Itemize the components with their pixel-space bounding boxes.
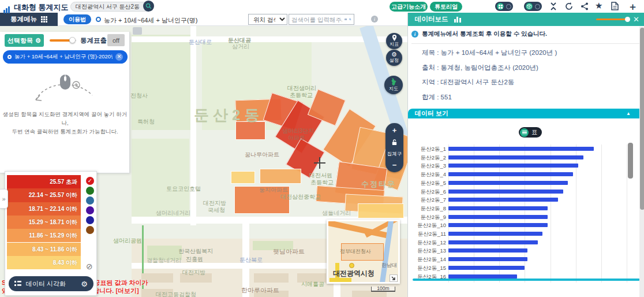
- korea-map-icon: [390, 78, 397, 86]
- basemap-button[interactable]: 지도: [384, 76, 403, 94]
- remove-item-icon[interactable]: ✕: [115, 53, 123, 61]
- report-button[interactable]: [611, 2, 619, 13]
- stat-menu-label: 통계메뉴: [10, 15, 37, 24]
- minimap-road-yellow: [330, 278, 351, 282]
- add-button[interactable]: ＋: [628, 0, 638, 13]
- info-icon: i: [411, 31, 418, 38]
- legend-palette-dot[interactable]: [86, 187, 94, 195]
- selected-item-pill[interactable]: 농가 + 10세~64세 + 남녀인구 (명)-2020년 ✕: [3, 50, 128, 64]
- bar-chart-icon: [454, 17, 461, 23]
- overview-minimap[interactable]: 정부대전청사 대전광역시청 한남대: [327, 220, 400, 284]
- choropleth-cell[interactable]: [231, 171, 255, 184]
- databoard-panel: 데이터보드 ✕ i 통계메뉴에서 통계조회 후 이용할 수 있습니다. 제목 :…: [407, 13, 644, 297]
- zoom-in-button[interactable]: +: [392, 126, 397, 135]
- region-dropdown[interactable]: 대전광역시 서구 둔산2동 ▼: [70, 2, 152, 12]
- gear-icon[interactable]: ⚙: [81, 280, 88, 288]
- basemap-label: 지도: [389, 86, 398, 92]
- region-search-button[interactable]: [143, 1, 154, 12]
- map-label: 둥지아파트: [259, 187, 288, 193]
- data-view-bar[interactable]: 데이터 보기 ▲: [408, 109, 641, 118]
- legend-palette-dot[interactable]: [86, 196, 94, 205]
- map-settings-button[interactable]: ⚙ 설정: [386, 50, 402, 66]
- map-label: 국세청: [208, 207, 225, 213]
- advanced-features-button[interactable]: 고급기능소개: [390, 2, 428, 12]
- databoard-field: 지역 : 대전광역시 서구 둔산2동: [422, 78, 514, 87]
- chart-table-toggle[interactable]: 표: [519, 127, 542, 138]
- legend-band: 15.29 ~ 18.71 이하: [7, 216, 81, 229]
- databoard-slider-knob[interactable]: [625, 17, 630, 22]
- map-label: 대전삼천중학교: [280, 194, 321, 200]
- chart-bar: [448, 248, 527, 253]
- panel-collapse-tab[interactable]: »: [0, 189, 8, 209]
- choropleth-cell[interactable]: [235, 121, 265, 140]
- search-input[interactable]: [291, 16, 342, 23]
- map-label: 둔산대공: [228, 38, 251, 43]
- legend-band: 8.43 ~ 11.86 이하: [7, 243, 81, 256]
- indicator-button[interactable]: 지표: [386, 33, 402, 49]
- map3d-toggle[interactable]: [524, 2, 542, 11]
- no-color-icon[interactable]: ⊘: [86, 262, 93, 271]
- chart-bar: [448, 215, 548, 219]
- top-header: 대화형 통계지도 대전광역시 서구 둔산2동 ▼ 고급기능소개 튜토리얼 ★ ＋: [0, 0, 644, 13]
- search-submit-icon[interactable]: [349, 16, 351, 23]
- minimap-marker-icon: [349, 263, 354, 268]
- choropleth-cell[interactable]: [260, 169, 301, 184]
- toolbar: 통계메뉴 이용법 농가 + 10세~64세 + 남녀인구(명) 위치 검색 i: [0, 13, 407, 26]
- chart-bar: [448, 155, 583, 159]
- minimap-collapse-button[interactable]: [390, 274, 398, 282]
- stat-display-toggle[interactable]: off: [107, 34, 125, 46]
- stat-display-label: 통계표출: [80, 36, 107, 45]
- toggle-off-knob: [535, 4, 540, 9]
- data-visualize-button[interactable]: 데이터 시각화 ⚙: [9, 276, 93, 291]
- chart-category-label: 둔산2동_10: [410, 222, 446, 229]
- chart-category-label: 둔산2동_11: [410, 231, 446, 238]
- legend-palette-dot[interactable]: ✓: [86, 177, 94, 185]
- collapse-panels-button[interactable]: [549, 2, 557, 13]
- current-item-radio-icon: [96, 17, 101, 22]
- chart-scrollbar[interactable]: [628, 143, 633, 179]
- bookmark-star-button[interactable]: ★: [595, 1, 602, 11]
- zoom-out-button[interactable]: −: [392, 161, 397, 169]
- map-tool-button[interactable]: [133, 27, 142, 35]
- arrow-se-icon: [391, 276, 396, 281]
- info-icon[interactable]: i: [371, 16, 378, 23]
- search-type-select[interactable]: 위치 검색: [248, 14, 287, 25]
- opacity-slider-knob[interactable]: [69, 37, 76, 43]
- map-label: 둔산북로: [239, 257, 263, 263]
- stat-menu-button[interactable]: 통계메뉴: [0, 13, 58, 26]
- panel-scrollbar-thumb[interactable]: [640, 28, 644, 210]
- chart-category-label: 둔산2동_9: [410, 214, 446, 221]
- chart-bar: [448, 172, 573, 176]
- map-bg-shape: [132, 35, 195, 130]
- legend-palette-dot[interactable]: [86, 216, 94, 224]
- usage-button[interactable]: 이용법: [63, 14, 91, 24]
- tutorial-button[interactable]: 튜토리얼: [430, 2, 462, 12]
- chart-category-label: 둔산2동_8: [410, 205, 446, 213]
- chart-category-label: 둔산2동_4: [410, 171, 446, 179]
- chart-category-label: 둔산2동_5: [410, 180, 446, 187]
- drag-mouse-illustration: [28, 70, 103, 106]
- choropleth-cell[interactable]: [358, 203, 404, 218]
- legend-palette-dot[interactable]: [86, 226, 94, 234]
- chart-category-label: 둔산2동_13: [410, 247, 446, 255]
- share-button[interactable]: [581, 2, 589, 13]
- chart-bar: [448, 223, 548, 227]
- current-item-label: 농가 + 10세~64세 + 남녀인구(명): [104, 16, 197, 25]
- refresh-button[interactable]: [565, 2, 573, 13]
- data-visualize-label: 데이터 시각화: [26, 280, 76, 288]
- map-label: 진흥원: [186, 257, 203, 262]
- map-label: 샘머리네거리: [156, 210, 190, 216]
- select-items-button[interactable]: 선택항목 ⚙: [5, 34, 44, 47]
- keyboard-icon[interactable]: [345, 17, 347, 22]
- legend-palette-dot[interactable]: [86, 206, 94, 214]
- databoard-slider-track[interactable]: [596, 18, 628, 20]
- chart-category-label: 둔산2동_3: [410, 162, 446, 170]
- grid-layer-toggle[interactable]: [495, 2, 513, 11]
- map-label: 특허청: [137, 119, 155, 125]
- databoard-field: 합계 : 551: [422, 93, 452, 102]
- map-label: 샘머리공원: [113, 238, 142, 244]
- search-icon: [145, 3, 152, 9]
- lock-icon[interactable]: [391, 138, 398, 148]
- gear-icon: ⚙: [35, 37, 41, 44]
- close-icon[interactable]: ✕: [633, 15, 639, 24]
